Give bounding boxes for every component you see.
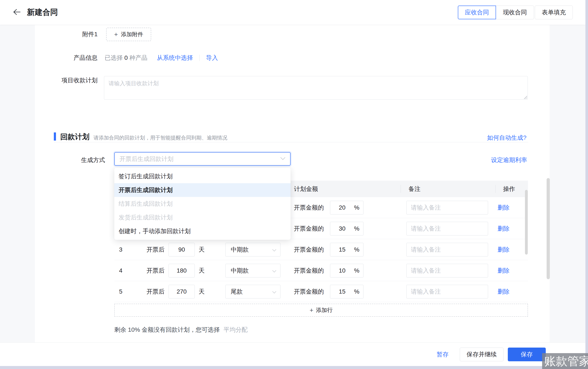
product-info-label: 产品信息 <box>35 55 98 61</box>
days-value: 180 <box>177 267 187 274</box>
note-input[interactable] <box>407 201 488 214</box>
note-input[interactable] <box>407 243 488 256</box>
generation-mode-label: 生成方式 <box>35 156 105 164</box>
link-divider <box>200 55 200 61</box>
note-field <box>406 243 488 256</box>
dropdown-option-after-invoicing[interactable]: 开票后生成回款计划 <box>114 183 291 197</box>
remaining-notice: 剩余 10% 金额没有回款计划，您可选择 平均分配 <box>114 326 247 334</box>
payment-type-value: 尾款 <box>231 287 272 296</box>
amount-prefix-label: 开票金额的 <box>294 218 324 239</box>
note-field <box>406 285 488 298</box>
header-operation: 操作 <box>503 181 515 197</box>
choose-from-system-link[interactable]: 从系统中选择 <box>157 54 193 62</box>
main-area: 附件1 + 添加附件 产品信息 已选择 0 种产品 从系统中选择 导入 项目收款… <box>0 25 585 342</box>
set-overdue-rate-link[interactable]: 设定逾期利率 <box>491 156 527 164</box>
after-invoice-label: 开票后 <box>147 239 165 260</box>
days-value: 270 <box>177 288 187 295</box>
save-draft-link[interactable]: 暂存 <box>437 350 449 359</box>
save-button[interactable]: 保存 <box>508 348 546 361</box>
table-scrollbar-thumb[interactable] <box>525 190 528 255</box>
note-field <box>406 222 488 236</box>
row-index: 3 <box>114 239 127 260</box>
day-unit-label: 天 <box>199 281 205 302</box>
plus-icon: + <box>310 307 314 314</box>
amount-prefix-label: 开票金额的 <box>294 281 324 302</box>
note-input[interactable] <box>407 264 488 277</box>
days-input[interactable]: 90 <box>168 243 195 256</box>
delete-row-link[interactable]: 删除 <box>497 239 510 260</box>
watermark: 账款管家 <box>542 353 588 369</box>
note-input[interactable] <box>407 222 488 235</box>
generation-mode-dropdown: 签订后生成回款计划 开票后生成回款计划 结算后生成回款计划 发货后生成回款计划 … <box>114 168 291 240</box>
chevron-down-icon <box>272 246 276 253</box>
percent-value: 20 <box>330 204 354 211</box>
back-button[interactable] <box>12 8 21 17</box>
add-row-label: 添加行 <box>316 307 333 314</box>
header-note: 备注 <box>409 181 420 197</box>
dropdown-option-after-settlement: 结算后生成回款计划 <box>114 197 291 211</box>
dropdown-option-manual[interactable]: 创建时，手动添加回款计划 <box>114 224 291 238</box>
project-plan-textarea[interactable] <box>104 76 528 100</box>
percent-suffix: % <box>354 246 359 253</box>
chevron-down-icon <box>280 157 285 161</box>
row-index: 4 <box>114 260 127 281</box>
selected-suffix: 种产品 <box>129 54 147 62</box>
top-bar: 新建合同 应收合同 现收合同 表单填充 <box>0 0 585 25</box>
amount-prefix-label: 开票金额的 <box>294 239 324 260</box>
days-input[interactable]: 270 <box>168 285 195 298</box>
project-plan-field <box>104 76 528 100</box>
percent-value: 30 <box>330 225 354 232</box>
add-attachment-button[interactable]: + 添加附件 <box>106 28 151 41</box>
auto-generate-help-link[interactable]: 如何自动生成? <box>487 134 526 142</box>
section-title: 回款计划 <box>60 132 89 142</box>
project-plan-label: 项目收款计划 <box>35 77 98 83</box>
app-window: 新建合同 应收合同 现收合同 表单填充 附件1 + 添加附件 产品信息 已选择 … <box>0 0 585 366</box>
payment-type-select[interactable]: 尾款 <box>225 285 281 298</box>
percent-suffix: % <box>354 267 359 274</box>
tab-receivable-contract[interactable]: 应收合同 <box>458 6 496 19</box>
add-row-button[interactable]: + 添加行 <box>114 304 528 317</box>
chevron-down-icon <box>272 288 276 295</box>
dropdown-option-after-signing[interactable]: 签订后生成回款计划 <box>114 170 291 183</box>
percent-value: 15 <box>330 246 354 253</box>
percent-input[interactable]: 15 % <box>330 243 364 256</box>
day-unit-label: 天 <box>199 239 205 260</box>
percent-input[interactable]: 15 % <box>330 285 364 298</box>
delete-row-link[interactable]: 删除 <box>497 260 510 281</box>
chevron-down-icon <box>272 267 276 274</box>
percent-input[interactable]: 20 % <box>330 201 364 215</box>
add-attachment-label: 添加附件 <box>121 31 143 38</box>
percent-input[interactable]: 30 % <box>330 222 364 236</box>
header-divider <box>400 185 401 193</box>
days-value: 90 <box>178 246 185 253</box>
page-scrollbar-thumb[interactable] <box>547 178 550 279</box>
table-row: 5 开票后 270 天 尾款 开票金额的 15 % <box>114 281 528 302</box>
section-accent-bar <box>54 133 56 141</box>
delete-row-link[interactable]: 删除 <box>497 197 510 218</box>
attachment-label: 附件1 <box>35 31 98 37</box>
product-info-row: 已选择 0 种产品 从系统中选择 导入 <box>105 55 218 61</box>
import-link[interactable]: 导入 <box>206 54 218 62</box>
percent-input[interactable]: 10 % <box>330 264 364 277</box>
days-input[interactable]: 180 <box>168 264 195 277</box>
select-placeholder: 开票后生成回款计划 <box>119 155 280 163</box>
delete-row-link[interactable]: 删除 <box>497 218 510 239</box>
selected-count: 0 <box>124 54 128 61</box>
save-and-continue-button[interactable]: 保存并继续 <box>460 348 504 361</box>
delete-row-link[interactable]: 删除 <box>497 281 510 302</box>
tab-cash-contract[interactable]: 现收合同 <box>496 6 534 19</box>
form-card: 附件1 + 添加附件 产品信息 已选择 0 种产品 从系统中选择 导入 项目收款… <box>35 25 550 342</box>
dropdown-option-after-shipping: 发货后生成回款计划 <box>114 211 291 224</box>
generation-mode-select[interactable]: 开票后生成回款计划 <box>114 152 291 166</box>
payment-type-select[interactable]: 中期款 <box>225 264 281 277</box>
tab-form-fill[interactable]: 表单填充 <box>535 6 573 19</box>
note-input[interactable] <box>407 285 488 298</box>
page-title: 新建合同 <box>27 7 58 18</box>
distribute-evenly-link[interactable]: 平均分配 <box>223 326 247 333</box>
plus-icon: + <box>114 31 118 38</box>
table-row: 4 开票后 180 天 中期款 开票金额的 10 % <box>114 260 528 281</box>
contract-type-tabs: 应收合同 现收合同 表单填充 <box>458 6 573 19</box>
payment-type-select[interactable]: 中期款 <box>225 243 281 256</box>
footer-bar: 暂存 保存并继续 保存 <box>0 342 585 366</box>
payment-type-value: 中期款 <box>231 246 272 254</box>
